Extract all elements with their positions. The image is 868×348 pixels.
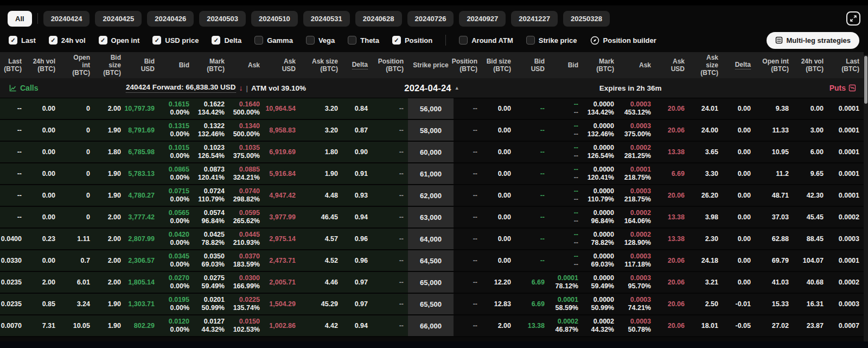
- puts-ask-usd-cell[interactable]: 13.38: [655, 229, 689, 249]
- calls-bid-usd-cell[interactable]: 5,783.13: [125, 163, 159, 184]
- puts-ask-cell[interactable]: 0.000350.78%: [618, 315, 655, 336]
- puts-ask-usd-cell[interactable]: 20.06: [655, 315, 689, 336]
- calls-bid-cell[interactable]: 0.13150.00%: [159, 120, 194, 141]
- expand-button[interactable]: [846, 11, 860, 26]
- calls-ask-usd-cell[interactable]: 3,977.99: [264, 207, 300, 227]
- filter-last[interactable]: ✓Last: [9, 36, 36, 45]
- calls-bid-usd-cell[interactable]: 8,791.69: [125, 120, 159, 141]
- expiry-tab-20240425[interactable]: 20240425: [95, 11, 142, 27]
- expiry-tab-20241227[interactable]: 20241227: [511, 11, 558, 27]
- filter-delta[interactable]: ✓Delta: [212, 36, 241, 45]
- calls-bid-cell[interactable]: 0.08650.00%: [159, 163, 194, 184]
- puts-mark-cell[interactable]: 0.000069.03%: [583, 250, 618, 271]
- calls-bid-cell[interactable]: 0.03450.00%: [159, 250, 194, 271]
- calls-bid-usd-cell[interactable]: 10,797.39: [125, 98, 159, 119]
- calls-mark-cell[interactable]: 0.0873120.41%: [194, 163, 229, 184]
- puts-ask-usd-cell[interactable]: 20.06: [655, 272, 689, 293]
- calls-bid-usd-cell[interactable]: 6,785.98: [125, 142, 159, 162]
- calls-bid-usd-cell[interactable]: 2,807.99: [125, 229, 159, 249]
- puts-bid-usd-cell[interactable]: --: [515, 120, 549, 141]
- expiry-date-toggle[interactable]: 2024-04-24 ▲: [404, 78, 459, 98]
- calls-ask-usd-cell[interactable]: 1,504.29: [264, 294, 300, 314]
- calls-mark-cell[interactable]: 0.027559.49%: [194, 272, 229, 293]
- calls-ask-usd-cell[interactable]: 2,005.71: [264, 272, 300, 293]
- calls-bid-usd-cell[interactable]: 802.29: [125, 315, 159, 336]
- puts-ask-cell[interactable]: 0.0003218.75%: [618, 185, 655, 206]
- puts-ask-usd-cell[interactable]: 20.06: [655, 250, 689, 271]
- puts-ask-cell[interactable]: 0.0003117.18%: [618, 250, 655, 271]
- calls-mark-cell[interactable]: 0.020150.99%: [194, 294, 229, 314]
- calls-ask-cell[interactable]: 0.0370183.59%: [229, 250, 264, 271]
- expiry-tab-20240927[interactable]: 20240927: [459, 11, 506, 27]
- calls-ask-cell[interactable]: 0.1035375.00%: [229, 142, 264, 162]
- puts-ask-cell[interactable]: 0.0003453.12%: [618, 98, 655, 119]
- puts-ask-usd-cell[interactable]: 20.06: [655, 294, 689, 314]
- calls-mark-cell[interactable]: 0.035069.03%: [194, 250, 229, 271]
- calls-bid-cell[interactable]: 0.10150.00%: [159, 142, 194, 162]
- puts-bid-cell[interactable]: ----: [549, 250, 583, 271]
- calls-ask-usd-cell[interactable]: 10,964.54: [264, 98, 300, 119]
- puts-bid-usd-cell[interactable]: --: [515, 185, 549, 206]
- calls-bid-usd-cell[interactable]: 2,306.57: [125, 250, 159, 271]
- puts-bid-cell[interactable]: 0.000246.87%: [549, 315, 583, 336]
- puts-bid-cell[interactable]: ----: [549, 98, 583, 119]
- calls-bid-cell[interactable]: 0.05650.00%: [159, 207, 194, 227]
- calls-bid-usd-cell[interactable]: 1,805.14: [125, 272, 159, 293]
- filter-vega[interactable]: Vega: [306, 36, 335, 45]
- filter-theta[interactable]: Theta: [348, 36, 379, 45]
- calls-bid-cell[interactable]: 0.01950.00%: [159, 294, 194, 314]
- expiry-tab-20240503[interactable]: 20240503: [199, 11, 246, 27]
- calls-ask-cell[interactable]: 0.0225135.74%: [229, 294, 264, 314]
- calls-bid-cell[interactable]: 0.07150.00%: [159, 185, 194, 206]
- vertical-scrollbar[interactable]: [864, 55, 868, 348]
- puts-ask-usd-cell[interactable]: 6.69: [655, 163, 689, 184]
- calls-ask-cell[interactable]: 0.0445210.93%: [229, 229, 264, 249]
- calls-bid-usd-cell[interactable]: 1,303.71: [125, 294, 159, 314]
- puts-bid-usd-cell[interactable]: --: [515, 207, 549, 227]
- puts-ask-cell[interactable]: 0.0002128.90%: [618, 229, 655, 249]
- expiry-tab-all[interactable]: All: [8, 11, 32, 27]
- calls-mark-cell[interactable]: 0.1023126.54%: [194, 142, 229, 162]
- expiry-tab-20240726[interactable]: 20240726: [407, 11, 454, 27]
- filter-open-int[interactable]: ✓Open int: [99, 36, 140, 45]
- calls-section-button[interactable]: Calls: [9, 78, 38, 98]
- puts-mark-cell[interactable]: 0.0000120.41%: [583, 163, 618, 184]
- calls-mark-cell[interactable]: 0.1322132.46%: [194, 120, 229, 141]
- filter-24h-vol[interactable]: ✓24h vol: [49, 36, 86, 45]
- filter-usd-price[interactable]: ✓USD price: [152, 36, 199, 45]
- puts-mark-cell[interactable]: 0.0000134.42%: [583, 98, 618, 119]
- expiry-tab-20240531[interactable]: 20240531: [303, 11, 350, 27]
- puts-ask-usd-cell[interactable]: 13.38: [655, 142, 689, 162]
- calls-mark-cell[interactable]: 0.0724110.79%: [194, 185, 229, 206]
- puts-ask-usd-cell[interactable]: 20.06: [655, 120, 689, 141]
- calls-ask-cell[interactable]: 0.0595265.62%: [229, 207, 264, 227]
- puts-bid-usd-cell[interactable]: --: [515, 250, 549, 271]
- position-builder-button[interactable]: Position builder: [590, 36, 656, 45]
- puts-bid-cell[interactable]: ----: [549, 120, 583, 141]
- puts-ask-usd-cell[interactable]: 13.38: [655, 207, 689, 227]
- calls-ask-cell[interactable]: 0.0150102.53%: [229, 315, 264, 336]
- puts-mark-cell[interactable]: 0.0000126.54%: [583, 142, 618, 162]
- calls-ask-cell[interactable]: 0.1640500.00%: [229, 98, 264, 119]
- puts-mark-cell[interactable]: 0.000096.84%: [583, 207, 618, 227]
- puts-bid-usd-cell[interactable]: --: [515, 229, 549, 249]
- calls-mark-cell[interactable]: 0.1622134.42%: [194, 98, 229, 119]
- puts-ask-usd-cell[interactable]: 20.06: [655, 98, 689, 119]
- calls-mark-cell[interactable]: 0.042578.82%: [194, 229, 229, 249]
- forward-value[interactable]: 240424 Forward: 66,838.30 USD: [126, 83, 236, 93]
- puts-bid-usd-cell[interactable]: --: [515, 142, 549, 162]
- puts-bid-cell[interactable]: ----: [549, 142, 583, 162]
- expiry-tab-20250328[interactable]: 20250328: [563, 11, 610, 27]
- puts-bid-cell[interactable]: 0.000178.12%: [549, 272, 583, 293]
- puts-section-button[interactable]: Puts: [829, 78, 856, 98]
- puts-bid-cell[interactable]: ----: [549, 207, 583, 227]
- puts-bid-usd-cell[interactable]: 6.69: [515, 272, 549, 293]
- calls-ask-usd-cell[interactable]: 2,473.71: [264, 250, 300, 271]
- calls-ask-usd-cell[interactable]: 1,002.86: [264, 315, 300, 336]
- calls-ask-usd-cell[interactable]: 4,947.42: [264, 185, 300, 206]
- puts-ask-cell[interactable]: 0.0002281.25%: [618, 142, 655, 162]
- expiry-tab-20240424[interactable]: 20240424: [43, 11, 90, 27]
- calls-ask-usd-cell[interactable]: 6,919.69: [264, 142, 300, 162]
- puts-mark-cell[interactable]: 0.0000132.46%: [583, 120, 618, 141]
- scrollbar-thumb[interactable]: [864, 56, 867, 104]
